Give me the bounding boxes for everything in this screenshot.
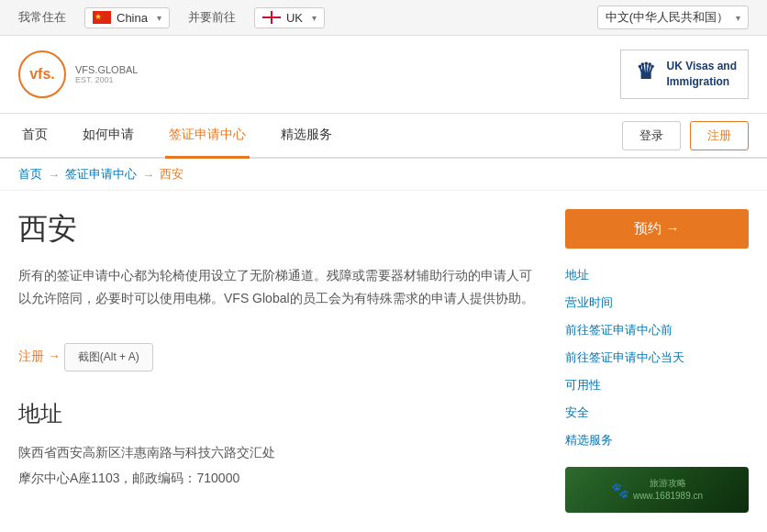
watermark-url: www.1681989.cn [633,490,703,503]
nav-how-to-apply[interactable]: 如何申请 [79,114,138,159]
lang-select[interactable]: 中文(中华人民共和国） ▾ [597,6,749,29]
sidebar-link-day-of-visit[interactable]: 前往签证申请中心当天 [565,349,749,366]
screenshot-hint: 截图(Alt + A) [64,343,153,371]
sidebar-link-security[interactable]: 安全 [565,405,749,421]
country-value: China [117,11,148,25]
breadcrumb: 首页 → 签证申请中心 → 西安 [0,159,767,191]
paw-icon: 🐾 [611,482,629,499]
logo-est: EST. 2001 [75,75,138,84]
chevron-down-icon2: ▾ [312,13,317,23]
breadcrumb-sep1: → [48,168,60,182]
destination-label: 并要前往 [188,9,236,26]
breadcrumb-home[interactable]: 首页 [18,166,42,183]
lang-selector-area: 中文(中华人民共和国） ▾ [597,6,749,29]
crown-icon: ♛ [632,56,660,93]
sidebar-link-hours[interactable]: 营业时间 [565,294,749,311]
sidebar-links: 地址 营业时间 前往签证申请中心前 前往签证申请中心当天 可用性 安全 精选服务 [565,267,749,449]
nav-home[interactable]: 首页 [18,114,51,159]
logo-text-area: VFS.GLOBAL EST. 2001 [75,64,138,84]
appointment-button[interactable]: 预约 → [565,209,749,249]
destination-value: UK [286,11,303,25]
watermark-area: 🐾 旅游攻略 www.1681989.cn [565,467,749,513]
logo-area: vfs. VFS.GLOBAL EST. 2001 [18,50,138,98]
nav-premium-services[interactable]: 精选服务 [277,114,336,159]
watermark-text: 旅游攻略 www.1681989.cn [633,477,703,503]
top-bar: 我常住在 China ▾ 并要前往 UK ▾ 中文(中华人民共和国） ▾ [0,0,767,36]
main-content: 西安 所有的签证申请中心都为轮椅使用设立了无阶梯通道。残障或需要器材辅助行动的申… [0,191,767,531]
register-link[interactable]: 注册 → [18,349,61,363]
chevron-down-icon3: ▾ [736,13,740,23]
breadcrumb-current: 西安 [160,166,183,183]
uk-visa-text: UK Visas and Immigration [667,59,737,90]
sidebar-link-premium[interactable]: 精选服务 [565,432,749,449]
content-left: 西安 所有的签证申请中心都为轮椅使用设立了无阶梯通道。残障或需要器材辅助行动的申… [18,209,538,513]
uk-visa-logo: ♛ UK Visas and Immigration [620,50,749,99]
address-line1: 陕西省西安高新区沣惠南路与科技六路交汇处 [18,439,538,465]
login-button[interactable]: 登录 [622,121,681,150]
flag-china-icon [93,11,111,24]
page-description: 所有的签证申请中心都为轮椅使用设立了无阶梯通道。残障或需要器材辅助行动的申请人可… [18,264,538,310]
navigation: 首页 如何申请 签证申请中心 精选服务 登录 注册 [0,114,767,159]
logo-name: VFS.GLOBAL [75,64,138,75]
live-label: 我常住在 [18,9,66,26]
sidebar-link-before-visit[interactable]: 前往签证申请中心前 [565,322,749,338]
breadcrumb-sep2: → [142,168,154,182]
address-line2: 摩尔中心A座1103，邮政编码：710000 [18,465,538,491]
vfs-logo-circle: vfs. [18,50,66,98]
country-select[interactable]: China ▾ [84,7,170,28]
chevron-down-icon: ▾ [157,13,161,23]
sidebar-link-address[interactable]: 地址 [565,267,749,283]
header: vfs. VFS.GLOBAL EST. 2001 ♛ UK Visas and… [0,36,767,114]
page-title: 西安 [18,209,538,249]
content-right: 预约 → 地址 营业时间 前往签证申请中心前 前往签证申请中心当天 可用性 安全… [565,209,749,513]
flag-uk-icon [262,11,281,24]
uk-visa-line2: Immigration [667,74,737,90]
sidebar-link-availability[interactable]: 可用性 [565,377,749,393]
watermark-title: 旅游攻略 [633,477,703,490]
destination-select[interactable]: UK ▾ [254,7,325,28]
logo-vfs-text: vfs. [29,66,55,83]
nav-auth-buttons: 登录 注册 [622,121,749,150]
address-section-title: 地址 [18,399,538,428]
uk-visa-line1: UK Visas and [667,59,737,74]
register-button[interactable]: 注册 [690,121,749,150]
nav-visa-center[interactable]: 签证申请中心 [165,114,250,159]
breadcrumb-visa-center[interactable]: 签证申请中心 [65,166,137,183]
watermark-logo: 🐾 旅游攻略 www.1681989.cn [611,477,703,503]
lang-value: 中文(中华人民共和国） [606,9,728,26]
